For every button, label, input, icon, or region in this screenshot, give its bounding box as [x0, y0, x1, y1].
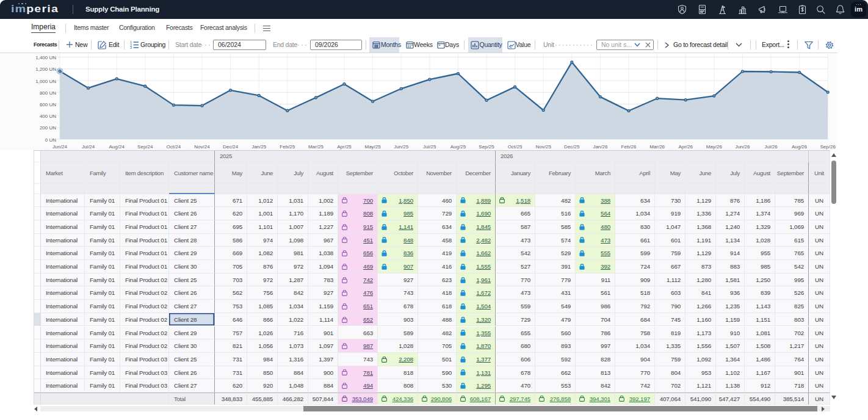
svg-text:Jan/26: Jan/26: [593, 144, 608, 150]
svg-text:Feb/26: Feb/26: [621, 144, 637, 150]
svg-text:Sep/24: Sep/24: [137, 144, 153, 150]
svg-text:Nov/24: Nov/24: [194, 144, 210, 150]
svg-text:Jul/25: Jul/25: [423, 144, 436, 150]
svg-text:Aug/25: Aug/25: [450, 144, 466, 150]
svg-text:Jun/25: Jun/25: [394, 144, 409, 150]
svg-text:Oct/24: Oct/24: [167, 144, 181, 150]
svg-text:Sep/26: Sep/26: [820, 144, 836, 150]
svg-text:IN.: IN.: [509, 45, 512, 48]
svg-text:800 UN: 800 UN: [40, 90, 56, 96]
svg-text:600 UN: 600 UN: [40, 102, 56, 107]
svg-text:Feb/25: Feb/25: [280, 144, 295, 150]
svg-text:Apr/25: Apr/25: [337, 144, 352, 150]
svg-text:Oct/25: Oct/25: [508, 144, 523, 150]
svg-text:1,200 UN: 1,200 UN: [35, 67, 56, 72]
svg-text:Nov/25: Nov/25: [536, 144, 552, 150]
svg-text:May/26: May/26: [706, 144, 723, 150]
svg-text:May/25: May/25: [364, 144, 381, 150]
svg-text:Jan/25: Jan/25: [251, 144, 267, 150]
svg-text:Dec/25: Dec/25: [564, 144, 580, 150]
svg-text:0 UN: 0 UN: [45, 137, 56, 143]
svg-text:Apr/26: Apr/26: [678, 144, 693, 150]
svg-text:Jun/26: Jun/26: [735, 144, 750, 150]
svg-text:1,000 UN: 1,000 UN: [35, 79, 56, 84]
svg-text:Aug/26: Aug/26: [792, 144, 808, 150]
svg-text:400 UN: 400 UN: [40, 114, 56, 119]
svg-text:Dec/24: Dec/24: [223, 144, 239, 150]
svg-text:Mar/26: Mar/26: [649, 144, 665, 150]
svg-text:200 UN: 200 UN: [40, 125, 56, 131]
svg-text:Mar/25: Mar/25: [308, 144, 324, 150]
svg-text:3: 3: [130, 46, 132, 49]
svg-text:Jul/26: Jul/26: [764, 144, 778, 150]
svg-text:1,400 UN: 1,400 UN: [35, 55, 56, 60]
svg-text:Jul/24: Jul/24: [82, 144, 95, 150]
svg-text:Aug/24: Aug/24: [109, 144, 125, 150]
svg-text:Jun/24: Jun/24: [52, 144, 68, 150]
svg-text:Sep/25: Sep/25: [479, 144, 494, 150]
